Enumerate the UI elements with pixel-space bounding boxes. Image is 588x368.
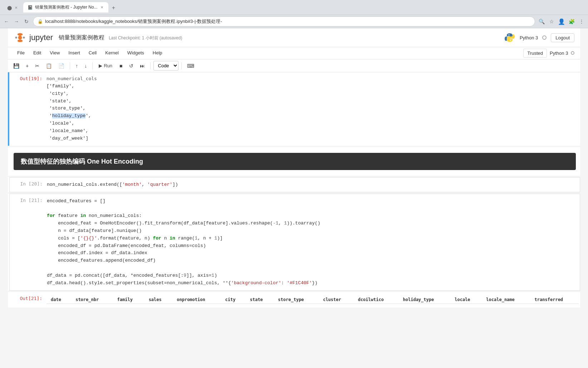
tab-active[interactable]: 📓 销量预测案例教程 - Jupyter No... ✕ [23,2,108,13]
th-transferred: transferred [530,296,579,304]
menu-bar: File Edit View Insert Cell Kernel Widget… [8,47,580,59]
keyboard-shortcut-button[interactable]: ⌨ [185,61,197,71]
menu-right: Trusted Python 3 [523,49,574,58]
out21-area: Out[21]: date store_nbr family sales onp… [9,292,580,308]
new-tab-button[interactable]: + [109,3,118,13]
restart-button[interactable]: ↺ [127,61,136,71]
kernel-label: Python 3 [520,35,538,40]
notebook: Out[19]: non_numerical_cols ['family', '… [8,72,580,308]
cut-button[interactable]: ✂ [33,61,42,71]
toolbar-sep3 [150,62,151,69]
kernel-status-circle [542,35,547,40]
forward-icon[interactable]: → [13,18,20,25]
th-store-type: store_type [274,296,319,304]
tab-close-active[interactable]: ✕ [100,5,104,10]
in20-cell[interactable]: In [20]: non_numerical_cols.extend(['mon… [8,177,580,192]
tab-inactive[interactable]: ⬤ ✕ [3,3,23,13]
address-bar: ← → ↻ 🔒 localhost:8888/notebooks/kaggle_… [0,15,588,28]
th-holiday-type: holiday_type [399,296,451,304]
holiday-type-highlight: holiday_type [52,113,86,118]
profile-icon[interactable]: 👤 [558,18,565,25]
kernel-info: Python 3 [550,50,574,56]
menu-kernel[interactable]: Kernel [102,49,122,58]
copy-button[interactable]: 📋 [43,61,54,71]
jupyter-right: Python 3 Logout [504,32,574,43]
svg-point-4 [18,36,22,40]
tab-active-label: 销量预测案例教程 - Jupyter No... [35,4,98,10]
th-onpromotion: onpromotion [172,296,221,304]
toolbar-sep2 [92,62,93,69]
trusted-label[interactable]: Trusted [523,49,547,58]
python-logo-icon [504,32,515,43]
menu-widgets[interactable]: Widgets [124,49,148,58]
section-header-content: 数值型特征的独热编码 One Hot Encoding [9,147,580,176]
notebook-title: 销量预测案例教程 [59,34,104,40]
th-city: city [221,296,246,304]
cell-type-select[interactable]: Code [153,61,178,71]
jupyter-logo-icon [14,31,26,44]
zoom-icon[interactable]: 🔍 [538,18,545,25]
out19-label: Out[19]: [9,74,45,83]
in21-label: In [21]: [10,195,45,205]
table-header: date store_nbr family sales onpromotion … [46,296,579,304]
add-cell-button[interactable]: + [23,61,31,71]
save-button[interactable]: 💾 [11,61,22,71]
svg-point-1 [18,39,23,42]
menu-cell[interactable]: Cell [85,49,100,58]
section-header-cell[interactable]: 数值型特征的独热编码 One Hot Encoding [8,147,580,176]
toolbar-sep4 [181,62,182,69]
jupyter-logo: jupyter [14,31,53,44]
th-sales: sales [144,296,173,304]
th-state: state [246,296,274,304]
in20-label: In [20]: [10,179,45,189]
paste-button[interactable]: 📄 [56,61,67,71]
menu-file[interactable]: File [14,49,28,58]
menu-edit[interactable]: Edit [30,49,45,58]
svg-point-2 [15,37,17,38]
table-header-row: date store_nbr family sales onpromotion … [46,296,579,304]
out21-cell: Out[21]: date store_nbr family sales onp… [8,292,580,308]
tab-label: ⬤ [7,5,12,10]
restart-run-button[interactable]: ⏭ [137,61,147,71]
run-label: Run [104,63,112,68]
move-up-button[interactable]: ↑ [73,61,80,71]
th-store-nbr: store_nbr [71,296,113,304]
address-input[interactable]: 🔒 localhost:8888/notebooks/kaggle_notebo… [33,16,535,26]
more-icon[interactable]: ⋮ [578,18,585,25]
th-date: date [46,296,71,304]
checkpoint-text: Last Checkpoint: 1 小时前 (autosaved) [109,35,182,40]
menu-insert[interactable]: Insert [65,49,84,58]
th-family: family [113,296,144,304]
out19-area: Out[19]: non_numerical_cols ['family', '… [9,72,580,146]
back-icon[interactable]: ← [3,18,10,25]
move-down-button[interactable]: ↓ [82,61,89,71]
menu-help[interactable]: Help [149,49,166,58]
notebook-container: jupyter 销量预测案例教程 Last Checkpoint: 1 小时前 … [8,28,580,308]
in21-content[interactable]: encoded_features = [] for feature in non… [45,195,580,289]
extension-icon[interactable]: 🧩 [568,18,575,25]
run-icon: ▶ [99,63,102,68]
in20-code: non_numerical_cols.extend(['month', 'qua… [47,181,578,188]
tab-favicon: 📓 [28,5,33,10]
in21-cell[interactable]: In [21]: encoded_features = [] for featu… [8,194,580,291]
svg-point-0 [18,33,23,35]
out21-label: Out[21]: [9,294,45,303]
out19-cell: Out[19]: non_numerical_cols ['family', '… [8,72,580,146]
th-cluster: cluster [319,296,354,304]
out21-table-area: date store_nbr family sales onpromotion … [45,294,580,306]
star-icon[interactable]: ☆ [548,18,555,25]
in20-content[interactable]: non_numerical_cols.extend(['month', 'qua… [45,179,580,190]
lock-icon: 🔒 [38,19,43,24]
run-button[interactable]: ▶ Run [95,61,116,70]
tab-close-inactive[interactable]: ✕ [14,5,18,10]
notebook-title-area: 销量预测案例教程 Last Checkpoint: 1 小时前 (autosav… [59,34,182,42]
th-locale: locale [450,296,482,304]
reload-icon[interactable]: ↻ [23,18,30,25]
menu-view[interactable]: View [46,49,63,58]
interrupt-button[interactable]: ■ [117,61,125,71]
svg-point-3 [23,37,25,38]
kernel-ring-icon [571,51,574,55]
logout-button[interactable]: Logout [551,33,574,42]
out19-content: non_numerical_cols ['family', 'city', 's… [45,74,580,144]
in20-area: In [20]: non_numerical_cols.extend(['mon… [9,177,580,192]
